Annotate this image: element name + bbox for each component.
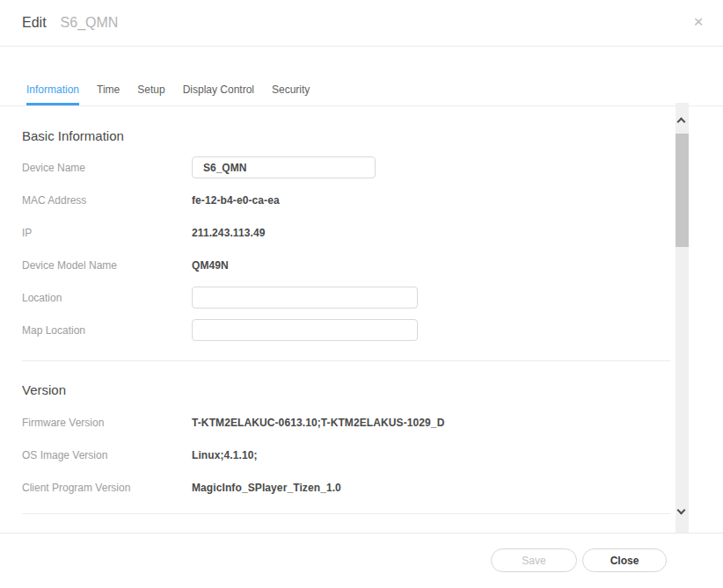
location-input[interactable] <box>192 287 418 309</box>
tab-display-control[interactable]: Display Control <box>183 81 254 105</box>
dialog-action-title: Edit <box>22 15 47 31</box>
ip-label: IP <box>22 227 192 239</box>
basic-information-rows: Device Name MAC Address fe-12-b4-e0-ca-e… <box>22 151 670 346</box>
tab-information[interactable]: Information <box>26 81 79 105</box>
os-image-version-label: OS Image Version <box>22 449 192 461</box>
row-client-program-version: Client Program Version MagicInfo_SPlayer… <box>22 471 670 504</box>
client-program-version-label: Client Program Version <box>22 482 192 494</box>
firmware-version-value: T-KTM2ELAKUC-0613.10;T-KTM2ELAKUS-1029_D <box>192 417 444 429</box>
edit-device-dialog: Edit S6_QMN × Information Time Setup Dis… <box>0 0 723 588</box>
device-name-label: Device Name <box>22 162 192 174</box>
location-label: Location <box>22 292 192 304</box>
section-heading-version: Version <box>22 382 670 397</box>
row-firmware-version: Firmware Version T-KTM2ELAKUC-0613.10;T-… <box>22 406 670 439</box>
row-mac-address: MAC Address fe-12-b4-e0-ca-ea <box>22 184 670 216</box>
chevron-up-icon[interactable] <box>676 115 689 129</box>
section-divider <box>22 513 670 514</box>
chevron-down-icon[interactable] <box>676 506 689 520</box>
map-location-label: Map Location <box>22 324 192 337</box>
dialog-device-title: S6_QMN <box>61 15 119 31</box>
tab-setup[interactable]: Setup <box>137 81 164 105</box>
ip-value: 211.243.113.49 <box>192 227 266 239</box>
close-icon[interactable]: × <box>689 12 708 32</box>
save-button[interactable]: Save <box>491 548 577 572</box>
row-map-location: Map Location <box>22 314 670 346</box>
device-name-input[interactable] <box>192 156 376 178</box>
version-rows: Firmware Version T-KTM2ELAKUC-0613.10;T-… <box>22 406 670 504</box>
scrollbar-thumb[interactable] <box>676 134 689 247</box>
section-heading-basic-information: Basic Information <box>22 128 670 143</box>
firmware-version-label: Firmware Version <box>22 417 192 429</box>
row-ip: IP 211.243.113.49 <box>22 216 670 249</box>
os-image-version-value: Linux;4.1.10; <box>192 449 258 461</box>
device-model-name-label: Device Model Name <box>22 259 192 272</box>
tab-security[interactable]: Security <box>272 81 310 105</box>
dialog-header: Edit S6_QMN × <box>0 0 723 47</box>
tab-bar: Information Time Setup Display Control S… <box>0 81 723 106</box>
close-button[interactable]: Close <box>582 548 667 572</box>
tab-time[interactable]: Time <box>97 81 120 105</box>
row-os-image-version: OS Image Version Linux;4.1.10; <box>22 439 670 471</box>
vertical-scrollbar[interactable] <box>676 103 689 533</box>
device-model-name-value: QM49N <box>192 259 229 272</box>
row-location: Location <box>22 281 670 314</box>
mac-address-value: fe-12-b4-e0-ca-ea <box>192 194 280 207</box>
information-panel: Basic Information Device Name MAC Addres… <box>0 106 723 534</box>
mac-address-label: MAC Address <box>22 194 192 207</box>
row-device-name: Device Name <box>22 151 670 184</box>
row-device-model-name: Device Model Name QM49N <box>22 249 670 281</box>
client-program-version-value: MagicInfo_SPlayer_Tizen_1.0 <box>192 482 341 494</box>
map-location-input[interactable] <box>192 319 418 341</box>
section-divider <box>22 360 670 361</box>
